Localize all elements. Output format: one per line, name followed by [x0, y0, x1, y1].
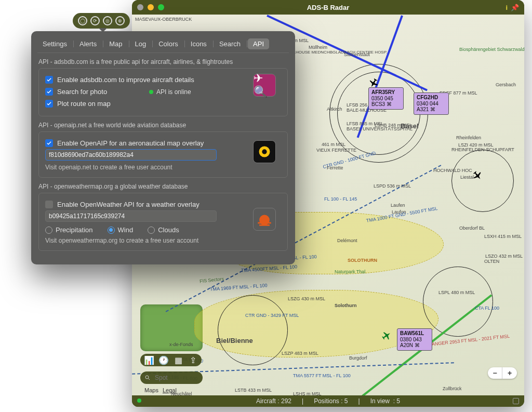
tab-map[interactable]: Map	[104, 38, 127, 49]
map-label: SOLOTHURN	[348, 258, 377, 263]
section-title-openaip: API - openaip.net a free world wide avia…	[38, 122, 288, 129]
airspace-ring	[218, 295, 288, 365]
tab-search[interactable]: Search	[214, 38, 246, 49]
openaip-icon	[253, 140, 276, 163]
map-label: Biosphärengebiet Schwarzwald	[459, 47, 524, 52]
grid-icon[interactable]: ▦	[174, 355, 183, 365]
svg-point-3	[262, 149, 267, 154]
globe-icon[interactable]: ◯	[78, 16, 87, 25]
map-label: Gersbach	[496, 82, 516, 87]
map-label: x-de-Fonds	[169, 342, 193, 347]
checkbox-label: Enable OpenAIP for an aeronautical map o…	[57, 139, 204, 147]
map-label: LSPD 536 m MSL	[374, 183, 411, 189]
checkbox-owm-enable[interactable]	[45, 201, 53, 208]
search-icon	[144, 375, 151, 381]
status-bar: Aircraft : 292 | Positions : 5 | In view…	[132, 395, 524, 407]
zoom-control: − +	[488, 367, 517, 379]
status-inview: In view : 5	[370, 397, 400, 405]
tab-icons[interactable]: Icons	[185, 38, 212, 49]
map-label: LSZG 430 m MSL	[288, 296, 325, 301]
flight-info: BCS3 ⌘	[371, 101, 401, 108]
radio-precip[interactable]: Precipitation	[45, 226, 93, 234]
map-label: 461 m MSL	[322, 142, 345, 147]
openweather-icon	[253, 208, 276, 231]
tab-log[interactable]: Log	[130, 38, 152, 49]
openaip-key-input[interactable]	[45, 149, 217, 161]
status-green-dot-icon	[149, 90, 153, 94]
grid-icon[interactable]: ⊕	[115, 16, 125, 25]
legal-link[interactable]: Legal	[163, 387, 177, 393]
section-openaip: Enable OpenAIP for an aeronautical map o…	[38, 131, 288, 178]
tab-settings[interactable]: Settings	[37, 38, 72, 49]
flight-callsign: BAW561L	[400, 330, 429, 337]
map-label: LSTB 433 m MSL	[235, 388, 272, 393]
flight-tag[interactable]: AFR35RY 0350 045 BCS3 ⌘	[368, 87, 404, 110]
airspace-label: CTA FL 100	[475, 305, 499, 311]
checkbox-label: Enable adsbdb.com to improve aircraft de…	[57, 76, 194, 84]
map-label: HOCHWALD HOC	[433, 168, 472, 173]
svg-rect-6	[259, 224, 270, 226]
map-label: Oberdorf BL	[459, 225, 485, 231]
checkbox-adsbdb-photo[interactable]	[45, 88, 53, 96]
flight-info: A20N ⌘	[400, 342, 429, 349]
share-icon[interactable]: ⇪	[188, 355, 197, 365]
flight-callsign: AFR35RY	[371, 89, 401, 96]
min-window[interactable]	[148, 4, 154, 10]
airspace-label: TMA 5577 FT MSL - FL 100	[293, 373, 351, 378]
titlebar[interactable]: ADS-B Radar i 📌	[132, 0, 524, 15]
map-label: Altkirch	[327, 107, 342, 112]
settings-tabs: Settings Alerts Map Log Colors Icons Sea…	[37, 37, 289, 53]
refresh-icon[interactable]: ⟳	[90, 16, 100, 25]
map-label: MASEVAUX-OBERBRUCK	[135, 17, 192, 22]
map-label: Burgdorf	[349, 355, 367, 361]
openaip-help: Visit openaip.net to create a free user …	[45, 164, 281, 171]
map-label: LSZP 483 m MSL	[282, 351, 318, 356]
checkbox-label: Enable OpenWeather API for a weather ove…	[57, 201, 200, 208]
adsbdb-icon: ✈🔍	[253, 74, 276, 97]
flight-info: 0380 043	[400, 337, 429, 343]
map-label: Naturpark Thal	[335, 269, 365, 274]
map-label: LSZO 432 m MSL	[485, 254, 523, 259]
map-label: Zollbrück	[443, 386, 462, 391]
checkbox-openaip-enable[interactable]	[45, 139, 53, 147]
map-label: Solothurn	[335, 303, 357, 308]
search-input[interactable]	[154, 374, 193, 382]
status-aircraft: Aircraft : 292	[256, 397, 291, 405]
zoom-window[interactable]	[158, 4, 164, 10]
section-title-owm: API - openweathermap.org a global weathe…	[38, 183, 288, 190]
owm-key-input[interactable]	[45, 210, 217, 222]
clock-icon[interactable]: 🕐	[159, 355, 168, 365]
map-label: Rheinfelden	[456, 135, 481, 140]
info-icon[interactable]: i	[506, 4, 508, 11]
tab-alerts[interactable]: Alerts	[74, 38, 102, 49]
flight-info: 0340 044	[417, 101, 446, 107]
svg-line-1	[149, 379, 150, 380]
checkbox-adsbdb-enable[interactable]	[45, 76, 53, 84]
close-window[interactable]	[137, 4, 143, 10]
map-search[interactable]	[140, 371, 203, 384]
expand-icon[interactable]	[513, 398, 519, 404]
pin-icon[interactable]: 📌	[511, 4, 519, 11]
status-dot-icon	[137, 398, 141, 403]
maps-attribution: Maps Legal	[140, 387, 177, 393]
airspace-ring	[451, 150, 514, 212]
radio-clouds[interactable]: Clouds	[148, 226, 179, 234]
map-label: Müllheim	[309, 45, 327, 50]
tab-api[interactable]: API	[248, 38, 269, 49]
section-owm: Enable OpenWeather API for a weather ove…	[38, 193, 288, 251]
map-label: RHEINFELDEN-SCHUPFART	[451, 147, 514, 152]
tab-colors[interactable]: Colors	[153, 38, 183, 49]
flight-tag[interactable]: CFG2HD 0340 044 A321 ⌘	[414, 92, 449, 115]
flight-tag[interactable]: BAW561L 0380 043 A20N ⌘	[397, 328, 432, 351]
target-icon[interactable]: ◎	[103, 16, 112, 25]
map-label: Basel	[401, 122, 419, 130]
radio-wind[interactable]: Wind	[108, 226, 134, 234]
api-status: API is online	[149, 88, 191, 96]
map-label: MULHOUSE MEDNCHBGLADBACH CENTRE HOSP.	[287, 50, 387, 55]
checkbox-adsbdb-route[interactable]	[45, 100, 53, 108]
map-label: OLTEN	[484, 259, 499, 264]
zoom-in-button[interactable]: +	[502, 367, 517, 379]
section-title-adsbdb: API - adsbdb.com is a free public api fo…	[38, 58, 288, 65]
stats-icon[interactable]: 📊	[144, 355, 154, 365]
zoom-out-button[interactable]: −	[488, 367, 502, 379]
